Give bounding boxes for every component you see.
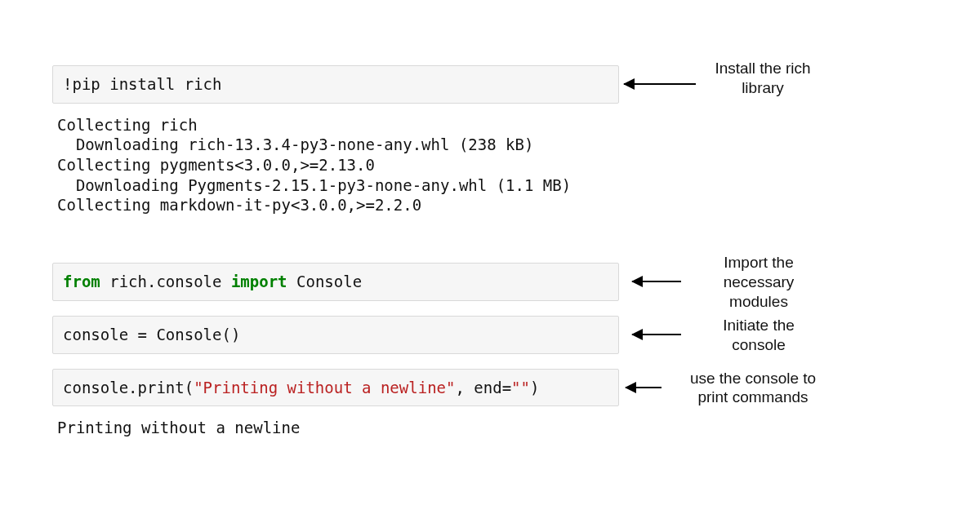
code-init: console = Console() (63, 326, 240, 343)
code-cell-import: from rich.console import Console (52, 263, 619, 301)
output-install: Collecting rich Downloading rich-13.3.4-… (52, 110, 619, 219)
code-install: !pip install rich (63, 75, 221, 93)
print-str2: "" (511, 379, 530, 397)
code-cell-install: !pip install rich (52, 65, 619, 104)
tutorial-stage: !pip install rich Install the rich libra… (52, 65, 934, 448)
row-print: console.print("Printing without a newlin… (52, 369, 934, 407)
arrow-left-icon (624, 83, 696, 85)
annotation-install: Install the rich library (697, 59, 828, 98)
output-print: Printing without a newline (52, 413, 619, 441)
code-cell-init: console = Console() (52, 316, 619, 354)
row-install-output: Collecting rich Downloading rich-13.3.4-… (52, 110, 934, 219)
import-name: Console (287, 273, 363, 290)
kw-import: import (231, 273, 287, 290)
output-print-text: Printing without a newline (57, 419, 300, 436)
arrow-left-icon (632, 281, 681, 282)
code-cell-print: console.print("Printing without a newlin… (52, 369, 619, 407)
output-install-text: Collecting rich Downloading rich-13.3.4-… (57, 116, 571, 215)
annotation-print: use the console to print commands (671, 369, 835, 408)
annotation-import: Import the necessary modules (693, 253, 824, 311)
code-print: console.print("Printing without a newlin… (63, 379, 539, 397)
row-import: from rich.console import Console Import … (52, 263, 934, 301)
code-import: from rich.console import Console (63, 273, 362, 290)
print-pre: console.print( (63, 379, 194, 397)
bang-token: ! (63, 75, 72, 93)
row-print-output: Printing without a newline (52, 413, 934, 441)
spacer (52, 361, 934, 369)
arrow-left-icon (626, 387, 662, 388)
print-mid: , end= (455, 379, 511, 397)
row-init: console = Console() Initiate the console (52, 316, 934, 354)
mod-path: rich.console (100, 273, 231, 290)
annotation-init: Initiate the console (693, 316, 824, 355)
print-str1: "Printing without a newline" (194, 379, 455, 397)
kw-from: from (63, 273, 100, 290)
print-post: ) (530, 379, 539, 397)
install-cmd: pip install rich (72, 75, 221, 93)
arrow-left-icon (632, 334, 681, 335)
row-install: !pip install rich Install the rich libra… (52, 65, 934, 104)
